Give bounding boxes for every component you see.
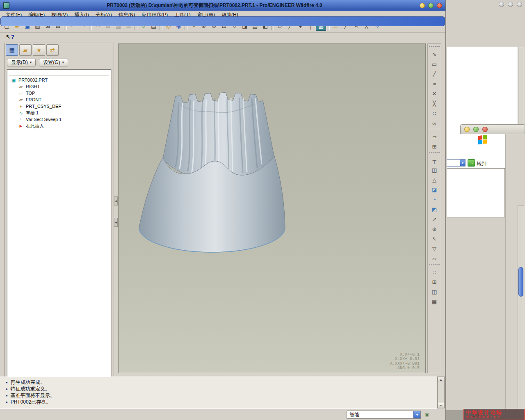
model-tree-header [9,71,109,76]
main-window: PRT0002 (活动的) D:\qumian\神奇的可变截面扫描\PRT000… [0,0,446,420]
message-line: ● 再生成功完成。 [6,379,431,386]
divide-tool-button[interactable]: ◫ [429,165,440,175]
rtoolbar-separator [429,46,440,48]
tab-folder-browser[interactable]: ▰ [19,44,32,56]
csys-icon: ∗ [18,104,24,109]
bullet-icon: ● [6,394,8,397]
tree-item[interactable]: ≈ Var Sect Sweep 1 [7,116,111,123]
context-help-cursor-icon: ↖? [6,34,14,40]
message-line: ● PRT0002已存盘。 [6,399,431,405]
tree-item[interactable]: ▱ RIGHT [7,83,111,90]
background-maximize-button[interactable] [508,2,513,7]
window-title: PRT0002 (活动的) D:\qumian\神奇的可变截面扫描\PRT000… [13,2,416,9]
solidify-tool-button[interactable]: ▱ [429,253,440,263]
offset-tool-button[interactable]: ⊕ [429,224,440,234]
tree-item[interactable]: ▱ TOP [7,90,111,96]
maximize-button[interactable] [428,3,434,8]
trim-tool-button[interactable]: ┬ [429,155,440,165]
background-scrollbar-2[interactable] [518,205,524,410]
panel-splitter[interactable]: ◄ ◄ [114,43,118,385]
surface-trim-tool-button[interactable]: ◔ [429,194,440,204]
tab-favorites[interactable]: ★ [33,44,45,56]
scroll-up-icon[interactable]: ▲ [438,377,444,382]
message-scrollbar-thumb[interactable] [0,16,445,26]
background-window-buttons [499,2,522,7]
chain-tool-button[interactable]: ∞ [429,118,440,128]
splitter-collapse-icon[interactable]: ◄ [114,196,118,205]
browser-maximize-button[interactable] [473,127,479,132]
splitter-collapse-icon[interactable]: ◄ [114,218,118,227]
offset-point-tool-button[interactable]: ∷ [429,108,440,118]
show-dropdown-button[interactable]: 显示(D) ▾ [7,59,36,66]
bullet-icon: ● [6,400,8,404]
tree-item[interactable]: ∿ 草绘 1 [7,110,111,116]
datum-plane-icon: ▱ [18,91,24,96]
transform-tool-button[interactable]: ↖ [429,234,440,244]
tree-item[interactable]: ► 在此插入 [7,123,111,129]
browser-address-combo[interactable]: ▼ [447,159,466,167]
scrollbar-thumb[interactable] [518,267,523,297]
background-close-button[interactable] [517,2,522,7]
model-status-icon: ◉ [425,411,429,418]
graph-tool-button[interactable]: ∿ [429,49,440,59]
background-panel [447,168,505,217]
browser-close-button[interactable] [482,127,488,132]
tab-model-tree[interactable]: ▦ [6,44,18,56]
pattern-tool-button[interactable]: ∷ [429,267,440,277]
browser-minimize-button[interactable] [464,127,470,132]
selection-filter-combo[interactable]: 智能 ▼ [347,411,421,419]
sketch-plane-tool-button[interactable]: ▱ [429,132,440,142]
close-button[interactable] [437,3,442,8]
chevron-down-icon: ▾ [30,60,32,64]
goto-button[interactable]: → [468,159,475,167]
rtoolbar-separator [429,129,440,131]
csys-tool-button[interactable]: ╳ [429,98,440,108]
model-tree: ▣ PRT0002.PRT ▱ RIGHT ▱ TOP ▱ [7,69,111,382]
message-line: ● 特征成功重定义。 [6,386,431,392]
surface-copy-tool-button[interactable]: ◪ [429,185,440,194]
feature-toolbar: ∿ ▭ ╱ ≈ ✕ ╳ ∷ [427,43,441,373]
settings-dropdown-button[interactable]: 设置(G) ▾ [39,59,68,66]
tree-item[interactable]: ∗ PRT_CSYS_DEF [7,103,111,110]
message-line: ● 基准平面将不显示。 [6,392,431,399]
spline-tool-button[interactable]: ≈ [429,79,440,89]
3d-model[interactable] [133,90,291,256]
intersect-tool-button[interactable]: △ [429,175,440,185]
thicken-tool-button[interactable]: ▽ [429,244,440,253]
tab-connections[interactable]: ⇄ [46,44,59,56]
tree-item[interactable]: ▣ PRT0002.PRT [7,77,111,83]
line-tool-button[interactable]: ╱ [429,69,440,79]
rtoolbar-separator [429,264,440,266]
rtoolbar-separator [429,152,440,154]
scroll-down-icon[interactable]: ▼ [438,403,444,408]
browser-window-titlebar [460,124,525,134]
minimize-button[interactable] [420,3,425,8]
accuracy-readout: X.X+-0.1 X.XX+-0.01 X.XXX+-0.001 ANG.+-0… [390,352,420,370]
message-scrollbar[interactable]: ▲ ▼ [437,377,445,409]
insert-here-icon: ► [18,123,24,128]
titlebar: PRT0002 (活动的) D:\qumian\神奇的可变截面扫描\PRT000… [0,0,445,11]
copy-plane-tool-button[interactable]: ⊞ [429,142,440,151]
surface-merge-tool-button[interactable]: ◩ [429,204,440,214]
navigator-panel: ▦ ▰ ★ ⇄ 显示(D) ▾ 设置(G) [4,43,114,385]
table-tool-button[interactable]: ▦ [429,297,440,306]
sweep-icon: ≈ [18,117,24,122]
copy-feature-tool-button[interactable]: ⊞ [429,277,440,287]
sketch-icon: ∿ [18,110,24,116]
chevron-down-icon: ▾ [62,60,64,64]
status-bar: 智能 ▼ ◉ [0,409,445,420]
tree-item[interactable]: ▱ FRONT [7,96,111,103]
background-minimize-button[interactable] [499,2,504,7]
graphics-area[interactable]: X.X+-0.1 X.XX+-0.01 X.XXX+-0.001 ANG.+-0… [118,43,426,373]
filter-dropdown-icon[interactable]: ▼ [413,411,420,418]
message-area: ● 再生成功完成。 ● 特征成功重定义。 ● 基准平面将不显示。 ● PRT00… [0,377,437,409]
rectangle-tool-button[interactable]: ▭ [429,59,440,69]
datum-plane-icon: ▱ [18,97,24,103]
mirror-tool-button[interactable]: ◫ [429,287,440,297]
point-tool-button[interactable]: ✕ [429,89,440,98]
bullet-icon: ● [6,381,8,384]
extend-tool-button[interactable]: ↗ [429,214,440,224]
bullet-icon: ● [6,387,8,391]
app-icon [3,2,9,9]
combo-dropdown-icon[interactable]: ▼ [460,160,465,166]
